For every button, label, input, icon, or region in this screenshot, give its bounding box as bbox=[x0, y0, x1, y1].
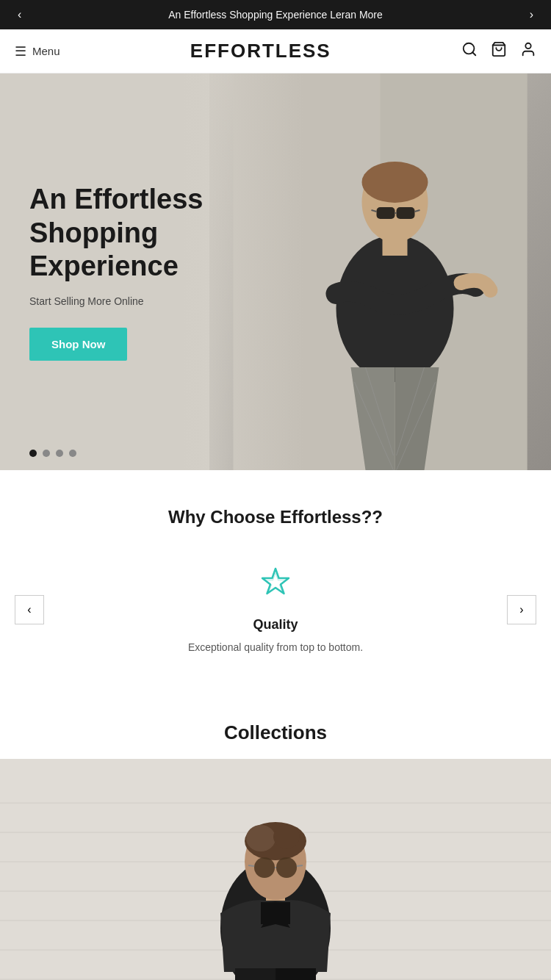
quality-star-icon bbox=[256, 564, 295, 605]
why-choose-section: Why Choose Effortless?? ‹ Quality Except… bbox=[0, 470, 551, 692]
svg-line-37 bbox=[248, 865, 254, 866]
svg-point-34 bbox=[254, 857, 275, 878]
user-icon[interactable] bbox=[520, 41, 536, 61]
collections-image bbox=[0, 759, 551, 980]
svg-rect-11 bbox=[397, 207, 415, 219]
announcement-link[interactable]: Leran More bbox=[330, 9, 383, 21]
svg-rect-29 bbox=[261, 902, 290, 924]
svg-rect-39 bbox=[235, 968, 276, 980]
svg-point-32 bbox=[246, 825, 276, 851]
carousel-dot-1[interactable] bbox=[29, 450, 37, 457]
why-card: Quality Exceptional quality from top to … bbox=[59, 557, 492, 663]
why-card-title: Quality bbox=[253, 617, 298, 633]
why-carousel: ‹ Quality Exceptional quality from top t… bbox=[15, 557, 536, 663]
search-icon[interactable] bbox=[461, 41, 478, 61]
svg-rect-9 bbox=[383, 234, 408, 256]
why-card-description: Exceptional quality from top to bottom. bbox=[188, 640, 363, 655]
collections-section: Collections bbox=[0, 692, 551, 980]
announcement-bar: ‹ An Effortless Shopping Experience Lera… bbox=[0, 0, 551, 29]
hamburger-icon: ☰ bbox=[15, 43, 26, 60]
svg-point-8 bbox=[362, 162, 428, 203]
svg-point-3 bbox=[525, 43, 530, 48]
bag-icon[interactable] bbox=[491, 41, 507, 61]
carousel-dot-2[interactable] bbox=[43, 450, 50, 457]
brand-logo[interactable]: EFFORTLESS bbox=[190, 40, 331, 62]
announcement-text: An Effortless Shopping Experience Leran … bbox=[27, 9, 523, 21]
hero-carousel: An Effortless Shopping Experience Start … bbox=[0, 73, 551, 470]
header-icons bbox=[461, 41, 536, 61]
header: ☰ Menu EFFORTLESS bbox=[0, 29, 551, 73]
svg-line-38 bbox=[297, 865, 303, 866]
collections-person-illustration bbox=[0, 759, 551, 980]
svg-rect-10 bbox=[377, 207, 395, 219]
announcement-next-button[interactable]: › bbox=[524, 5, 539, 24]
menu-button[interactable]: ☰ Menu bbox=[15, 43, 60, 60]
hero-subtitle: Start Selling More Online bbox=[29, 295, 303, 307]
svg-point-33 bbox=[273, 825, 300, 849]
carousel-dots bbox=[29, 450, 76, 457]
collections-title: Collections bbox=[0, 721, 551, 744]
carousel-dot-4[interactable] bbox=[69, 450, 76, 457]
svg-rect-40 bbox=[276, 968, 316, 980]
svg-point-35 bbox=[276, 857, 297, 878]
shop-now-button[interactable]: Shop Now bbox=[29, 328, 127, 361]
why-choose-title: Why Choose Effortless?? bbox=[15, 507, 536, 527]
announcement-prev-button[interactable]: ‹ bbox=[12, 5, 27, 24]
why-next-button[interactable]: › bbox=[507, 595, 536, 624]
carousel-dot-3[interactable] bbox=[56, 450, 63, 457]
why-prev-button[interactable]: ‹ bbox=[15, 595, 44, 624]
svg-line-1 bbox=[472, 52, 475, 55]
hero-title: An Effortless Shopping Experience bbox=[29, 183, 303, 284]
hero-content: An Effortless Shopping Experience Start … bbox=[0, 73, 303, 470]
menu-label: Menu bbox=[32, 45, 60, 57]
